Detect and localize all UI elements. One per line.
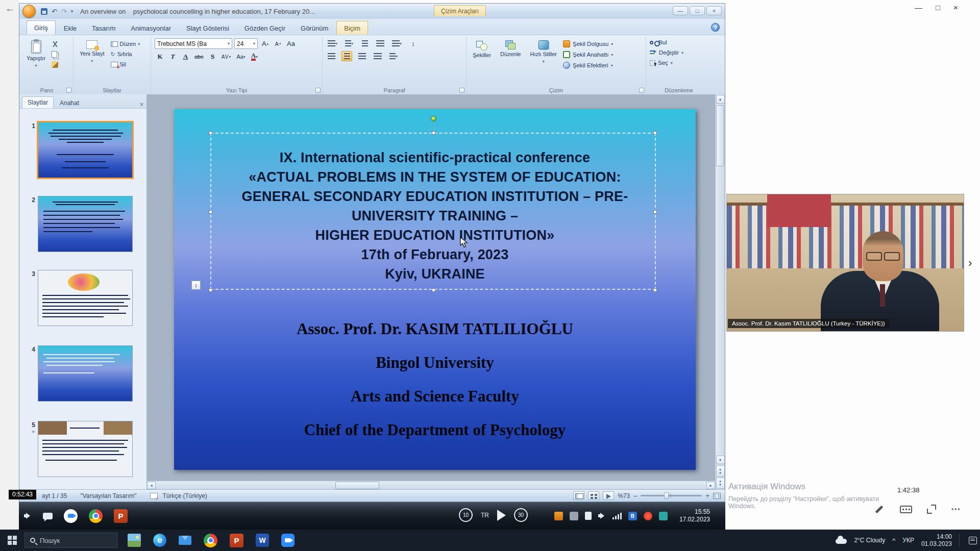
ppt-close-button[interactable]: × <box>706 6 722 15</box>
tab-gozden-gecir[interactable]: Gözden Geçir <box>237 21 292 35</box>
scroll-down-icon[interactable]: ▾ <box>716 456 725 464</box>
select-button[interactable]: Seç▾ <box>650 60 683 66</box>
paragraph-dialog-launcher[interactable] <box>459 88 464 93</box>
shape-effects-button[interactable]: Şekil Efektleri▾ <box>563 62 613 69</box>
mail-icon[interactable] <box>179 536 191 545</box>
volume-icon[interactable] <box>598 512 606 519</box>
text-direction-button[interactable]: ↕ <box>408 38 419 48</box>
arrange-button[interactable]: Düzenle <box>498 38 523 85</box>
panel-collapse-chevron-icon[interactable]: › <box>968 257 972 270</box>
bullets-button[interactable]: ▾ <box>326 38 339 48</box>
bluetooth-icon[interactable] <box>628 512 637 520</box>
reset-button[interactable]: ↻Sıfırla <box>111 50 140 58</box>
zoom-app-icon[interactable] <box>64 509 78 523</box>
columns-button[interactable]: ▾ <box>388 51 399 61</box>
tab-tasarim[interactable]: Tasarım <box>85 21 122 35</box>
thumbnail-image[interactable] <box>38 122 133 178</box>
remote-control-icon[interactable] <box>900 506 912 513</box>
paste-button[interactable]: Yapıştır ▾ <box>24 38 48 85</box>
bold-button[interactable]: K <box>155 52 165 62</box>
tab-outline[interactable]: Anahat <box>55 97 84 108</box>
forward-30-button[interactable]: 30 <box>514 508 528 522</box>
search-input[interactable]: Пошук <box>24 533 117 548</box>
thumbnail-image[interactable] <box>38 196 133 252</box>
redo-icon[interactable]: ↷ <box>61 8 67 15</box>
find-button[interactable]: Bul <box>650 39 683 45</box>
annotate-pen-icon[interactable] <box>874 504 885 515</box>
selection-handle[interactable] <box>653 288 657 292</box>
zoom-slider[interactable] <box>641 495 702 496</box>
participant-video-tile[interactable]: Assoc. Prof. Dr. Kasım TATLILIOĞLU (Turk… <box>726 194 964 332</box>
shapes-button[interactable]: Şekiller <box>470 38 494 85</box>
edge-icon[interactable] <box>153 534 166 547</box>
tab-slides[interactable]: Slaytlar <box>22 96 54 108</box>
selection-handle[interactable] <box>209 131 212 135</box>
chrome-icon[interactable] <box>89 509 103 523</box>
strikethrough-button[interactable]: abc <box>193 52 205 62</box>
word-icon[interactable] <box>256 534 269 547</box>
align-center-button[interactable] <box>341 51 352 61</box>
tray-tool-icon[interactable] <box>554 512 563 520</box>
font-dialog-launcher[interactable] <box>315 88 321 93</box>
tab-ekle[interactable]: Ekle <box>57 21 84 35</box>
save-icon[interactable] <box>41 8 47 15</box>
format-painter-button[interactable] <box>52 60 58 68</box>
horizontal-scrollbar[interactable]: ◂ ▸ <box>147 481 715 489</box>
powerpoint-icon[interactable] <box>114 509 128 523</box>
slide-thumbnail-3[interactable]: 3 <box>26 270 133 326</box>
change-case-button[interactable]: Aa▾ <box>235 52 247 62</box>
tray-app-icon[interactable] <box>570 512 578 520</box>
quick-styles-button[interactable]: Hızlı Stiller ▾ <box>527 38 559 85</box>
taskbar-clock[interactable]: 14:00 01.03.2023 <box>921 533 952 547</box>
rotate-handle[interactable] <box>431 116 436 121</box>
scroll-left-icon[interactable]: ◂ <box>147 482 156 489</box>
network-icon[interactable] <box>612 512 622 519</box>
font-size-combo[interactable]: 24▾ <box>234 38 258 49</box>
drawing-dialog-launcher[interactable] <box>639 88 644 93</box>
justify-button[interactable] <box>372 51 383 61</box>
character-spacing-button[interactable]: AV▾ <box>220 52 233 62</box>
clipboard-tray-icon[interactable] <box>585 512 592 520</box>
selection-handle[interactable] <box>432 288 435 292</box>
tab-giris[interactable]: Giriş <box>27 20 56 35</box>
italic-button[interactable]: T <box>167 52 178 62</box>
slide-thumbnail-1[interactable]: 1 <box>26 122 133 178</box>
zoom-slider-thumb[interactable] <box>664 492 669 499</box>
increase-indent-button[interactable] <box>375 38 386 48</box>
zoom-out-icon[interactable]: – <box>633 492 637 499</box>
slide-canvas[interactable]: IX. International scientific-practical c… <box>174 109 696 470</box>
numbering-button[interactable]: ▾ <box>344 38 355 48</box>
language-status[interactable]: Türkçe (Türkiye) <box>163 492 207 499</box>
zoom-maximize-button[interactable]: □ <box>936 3 940 12</box>
thumbnail-image[interactable] <box>38 421 133 477</box>
tray-expand-icon[interactable]: ^ <box>892 537 895 544</box>
v-scroll-track[interactable] <box>716 104 725 455</box>
play-button[interactable] <box>497 510 506 521</box>
tab-slayt-gosterisi[interactable]: Slayt Gösterisi <box>179 21 236 35</box>
scroll-up-icon[interactable]: ▴ <box>716 95 725 104</box>
cut-button[interactable] <box>52 40 58 48</box>
tab-gorunum[interactable]: Görünüm <box>293 21 335 35</box>
slide-title-text[interactable]: IX. International scientific-practical c… <box>214 148 656 284</box>
language-indicator[interactable]: УКР <box>902 537 914 544</box>
help-icon[interactable]: ? <box>711 23 720 32</box>
office-button[interactable] <box>22 5 36 18</box>
chat-icon[interactable] <box>43 513 53 519</box>
chrome-icon[interactable] <box>204 534 217 547</box>
ppt-minimize-button[interactable]: — <box>673 6 688 15</box>
fullscreen-icon[interactable] <box>927 505 936 514</box>
more-options-icon[interactable]: ⋯ <box>951 507 961 512</box>
clear-formatting-button[interactable]: Aa <box>285 39 297 49</box>
shape-fill-button[interactable]: Şekil Dolgusu▾ <box>563 40 613 47</box>
grow-font-button[interactable]: A▴ <box>260 39 271 49</box>
underline-button[interactable]: A <box>180 52 191 62</box>
zoom-app-icon[interactable] <box>281 534 295 547</box>
replace-button[interactable]: Değiştir▾ <box>650 49 683 56</box>
action-center-icon[interactable] <box>969 537 977 544</box>
back-arrow-icon[interactable]: ← <box>5 3 15 14</box>
speaker-icon[interactable] <box>24 512 32 519</box>
slide-sorter-view-button[interactable] <box>588 491 599 500</box>
shrink-font-button[interactable]: A▾ <box>273 39 283 49</box>
shape-outline-button[interactable]: Şekil Anahattı▾ <box>563 51 613 58</box>
normal-view-button[interactable] <box>573 491 584 500</box>
